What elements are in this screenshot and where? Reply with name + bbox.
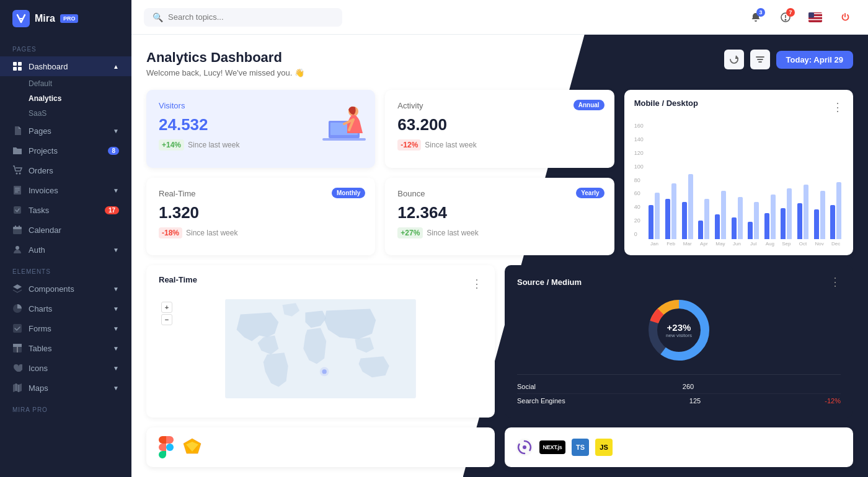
sidebar-item-default[interactable]: Default	[29, 76, 131, 91]
page-header-left: Analytics Dashboard Welcome back, Lucy! …	[146, 50, 304, 77]
realtime-map-more[interactable]: ⋮	[471, 277, 482, 291]
map-zoom-in[interactable]: +	[161, 302, 172, 313]
visitors-change-text: Since last week	[188, 141, 239, 149]
source-row-search: Search Engines 125 -12%	[517, 393, 841, 408]
components-chevron: ▼	[113, 286, 119, 292]
y-0: 0	[634, 231, 644, 237]
notifications-button[interactable]: 3	[745, 7, 766, 28]
bar-aug-dark	[764, 213, 769, 239]
bounce-card: Yearly Bounce 12.364 +27% Since last wee…	[385, 178, 614, 256]
svg-point-4	[16, 173, 18, 175]
sidebar-item-icons[interactable]: Icons ▼	[0, 358, 131, 378]
alerts-button[interactable]: 7	[775, 7, 796, 28]
svg-rect-1	[18, 62, 22, 66]
search-bar[interactable]: 🔍	[144, 8, 342, 27]
bounce-change-badge: +27%	[397, 227, 423, 239]
sidebar-item-tables[interactable]: Tables ▼	[0, 338, 131, 358]
svg-rect-7	[15, 188, 20, 189]
svg-rect-34	[808, 12, 814, 18]
realtime-value: 1.320	[159, 203, 363, 222]
page-content: Analytics Dashboard Welcome back, Lucy! …	[131, 35, 868, 477]
sidebar-item-auth[interactable]: Auth ▼	[0, 240, 131, 260]
bar-label-apr: Apr	[700, 241, 707, 247]
bar-sep-light	[787, 188, 792, 239]
sidebar-item-tasks[interactable]: Tasks 17	[0, 200, 131, 220]
notifications-badge: 3	[756, 8, 765, 17]
check-icon	[12, 205, 22, 215]
bar-label-sep: Sep	[782, 241, 790, 247]
y-120: 120	[634, 150, 644, 156]
svg-rect-12	[13, 227, 22, 229]
power-button[interactable]	[835, 7, 856, 28]
bar-jun-dark	[732, 217, 737, 239]
refresh-button[interactable]	[724, 50, 744, 69]
svg-point-26	[785, 19, 786, 20]
page-header-right: Today: April 29	[724, 50, 853, 69]
realtime-map-card: Real-Time ⋮ + −	[146, 265, 495, 418]
sidebar: Mira PRO PAGES Dashboard ▲ Default Analy…	[0, 0, 131, 477]
mira-pro-section-label: MIRA PRO	[0, 398, 131, 417]
bar-label-dec: Dec	[831, 241, 840, 247]
sidebar-item-charts[interactable]: Charts ▼	[0, 299, 131, 318]
today-button[interactable]: Today: April 29	[776, 51, 853, 69]
icons-chevron: ▼	[113, 365, 119, 372]
map-icon	[12, 383, 22, 393]
svg-rect-9	[15, 191, 18, 193]
bar-feb-dark	[665, 199, 670, 239]
svg-rect-0	[13, 62, 17, 66]
map-zoom-out[interactable]: −	[161, 314, 172, 325]
logo-area[interactable]: Mira PRO	[0, 0, 131, 37]
sidebar-item-invoices[interactable]: Invoices ▼	[0, 180, 131, 200]
bar-sep-dark	[781, 208, 786, 239]
source-search-change: -12%	[825, 397, 841, 405]
bar-jan-dark	[649, 205, 653, 239]
sidebar-item-forms[interactable]: Forms ▼	[0, 318, 131, 338]
bar-nov-light	[820, 191, 825, 239]
activity-pill: Annual	[574, 100, 604, 110]
sidebar-item-components[interactable]: Components ▼	[0, 279, 131, 299]
source-social-value: 260	[683, 383, 694, 390]
svg-rect-3	[18, 67, 22, 71]
search-input[interactable]	[168, 12, 334, 22]
source-row-social: Social 260	[517, 380, 841, 393]
bar-label-feb: Feb	[666, 241, 675, 247]
sidebar-item-maps[interactable]: Maps ▼	[0, 378, 131, 398]
power-icon	[840, 12, 850, 22]
language-selector[interactable]	[805, 7, 826, 28]
bar-label-nov: Nov	[815, 241, 823, 247]
flag-icon	[808, 12, 822, 22]
source-search-value: 125	[689, 397, 701, 405]
bounce-label: Bounce	[397, 189, 601, 198]
bar-jul-dark	[748, 222, 753, 239]
visitors-illustration	[319, 96, 369, 142]
sidebar-item-dashboard[interactable]: Dashboard ▲	[0, 56, 131, 76]
activity-change: -12% Since last week	[397, 139, 601, 151]
sidebar-item-analytics[interactable]: Analytics	[29, 91, 131, 106]
y-80: 80	[634, 177, 644, 183]
projects-badge: 8	[108, 147, 119, 155]
pie-icon	[12, 304, 22, 313]
mobile-desktop-more[interactable]: ⋮	[832, 100, 843, 114]
y-140: 140	[634, 136, 644, 142]
bar-jan-light	[655, 193, 660, 239]
activity-change-text: Since last week	[425, 141, 476, 149]
sidebar-item-saas[interactable]: SaaS	[29, 106, 131, 121]
sidebar-item-orders[interactable]: Orders	[0, 160, 131, 180]
source-medium-more[interactable]: ⋮	[830, 275, 841, 289]
svg-rect-19	[13, 344, 22, 347]
sidebar-item-projects[interactable]: Projects 8	[0, 141, 131, 160]
folder-icon	[12, 146, 22, 155]
source-search-name: Search Engines	[517, 397, 565, 405]
filter-button[interactable]	[750, 50, 770, 69]
refresh-icon	[730, 55, 738, 64]
realtime-change-text: Since last week	[186, 229, 237, 237]
mobile-desktop-card: Mobile / Desktop ⋮ 0 20 40 60 80 100 120	[624, 90, 853, 255]
bar-label-jul: Jul	[750, 241, 756, 247]
source-medium-title: Source / Medium	[517, 278, 582, 287]
bar-oct-dark	[797, 203, 802, 239]
sidebar-item-calendar[interactable]: Calendar	[0, 220, 131, 240]
activity-label: Activity	[397, 101, 601, 110]
file-icon	[12, 126, 22, 136]
sidebar-item-pages[interactable]: Pages ▼	[0, 121, 131, 141]
activity-value: 63.200	[397, 115, 601, 134]
